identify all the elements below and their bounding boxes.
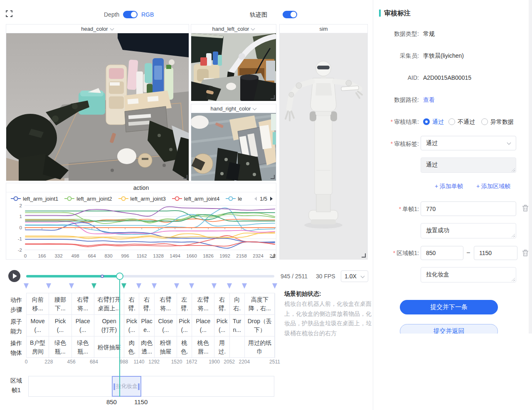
step-cell[interactable]: Pick (... [177, 315, 192, 336]
add-single-frame-button[interactable]: + 添加单帧 [435, 183, 463, 190]
progress-handle[interactable] [116, 273, 123, 280]
step-cell[interactable]: 桃 色. [177, 336, 192, 358]
step-cell[interactable]: 绿色 瓶... [72, 336, 94, 358]
playhead-line[interactable] [119, 280, 120, 397]
region-start-input[interactable]: 850 [421, 246, 463, 260]
legend-item[interactable]: le [225, 196, 242, 202]
submit-next-button[interactable]: 提交并下一条 [400, 300, 498, 314]
step-marker[interactable] [242, 283, 247, 289]
trajectory-toggle[interactable] [283, 11, 297, 18]
submit-back-button[interactable]: 提交并返回 [400, 324, 498, 334]
step-cell[interactable]: 右 臂. [124, 293, 139, 315]
region-end-input[interactable]: 1150 [474, 246, 517, 260]
step-marker[interactable] [69, 283, 74, 289]
speed-select[interactable]: 1.0X [341, 270, 368, 282]
legend-item[interactable]: left_arm_joint3 [118, 196, 166, 202]
fullscreen-icon[interactable] [6, 10, 12, 17]
step-cell[interactable]: 肉 色. [124, 336, 139, 358]
step-cell[interactable]: 向前 移... [27, 293, 49, 315]
step-cell[interactable]: Pick (... [49, 315, 71, 336]
step-cell[interactable]: Place (... [72, 315, 94, 336]
step-cell[interactable]: 右 臂. [214, 293, 229, 315]
trash-icon[interactable] [522, 204, 529, 212]
step-cell[interactable]: 左 臂. [177, 293, 192, 315]
single-frame-input[interactable]: 770 [421, 201, 516, 216]
step-cell[interactable]: Drop（丢 下） [245, 315, 275, 336]
step-marker[interactable] [227, 283, 232, 289]
scrollbar[interactable] [529, 0, 532, 334]
step-cell[interactable]: 粉饼 抽屉 [155, 336, 177, 358]
step-cell[interactable]: Move (... [27, 315, 49, 336]
step-marker[interactable] [46, 283, 51, 289]
step-cell[interactable]: 右臂 将... [155, 293, 177, 315]
radio-pass-label[interactable]: 通过 [432, 118, 444, 126]
legend-next-icon[interactable] [270, 196, 273, 201]
legend-item[interactable]: left_arm_joint4 [172, 196, 219, 202]
step-cell[interactable]: Tur n... [230, 315, 245, 336]
step-cell[interactable] [230, 336, 245, 358]
step-cell[interactable]: 用过的纸 巾 [245, 336, 275, 358]
resize-handle-icon[interactable] [362, 253, 366, 258]
depth-rgb-toggle[interactable] [123, 11, 138, 18]
textarea-resize-icon[interactable] [512, 278, 515, 281]
step-cell[interactable]: 左臂 将... [192, 293, 214, 315]
step-cell[interactable]: 向 右. [230, 293, 245, 315]
legend-item[interactable]: left_arm_joint2 [64, 196, 112, 202]
radio-abnormal[interactable] [481, 118, 488, 125]
trash-icon[interactable] [522, 249, 529, 257]
step-marker[interactable] [136, 283, 141, 289]
head-camera-title-bar[interactable]: head_color [6, 25, 189, 33]
step-cell[interactable]: 右 臂. [139, 293, 154, 315]
sim-title-bar[interactable]: sim [280, 25, 367, 33]
review-tag-select[interactable]: 通过 [421, 136, 516, 150]
legend-item[interactable]: left_arm_joint1 [10, 196, 58, 202]
step-marker[interactable] [174, 283, 179, 289]
data-path-link[interactable]: 查看 [423, 96, 435, 104]
action-chart[interactable]: 210-1-2016633249866483099611621328149416… [6, 202, 276, 260]
step-cell[interactable]: 腰部 下... [49, 293, 71, 315]
step-cell[interactable]: 肉色 透... [139, 336, 154, 358]
step-marker[interactable] [121, 283, 126, 289]
add-region-frame-button[interactable]: + 添加区域帧 [476, 183, 510, 190]
step-cell[interactable]: Pick (... [124, 315, 139, 336]
step-cell[interactable]: Place (... [192, 315, 214, 336]
step-marker[interactable] [152, 283, 157, 289]
step-cell[interactable]: B户型 房间 [27, 336, 49, 358]
radio-fail[interactable] [448, 118, 455, 125]
step-marker[interactable] [272, 283, 277, 289]
step-marker[interactable] [189, 283, 194, 289]
resize-handle-icon[interactable] [271, 95, 275, 99]
resize-handle-icon[interactable] [271, 254, 275, 258]
play-button[interactable] [8, 270, 20, 282]
step-cell[interactable]: Plac e.. [139, 315, 154, 336]
step-marker[interactable] [24, 283, 29, 289]
step-marker[interactable] [212, 283, 217, 289]
step-cell[interactable]: 右臂 将... [72, 293, 94, 315]
step-marker[interactable] [91, 283, 96, 289]
region-frame-note[interactable]: 拉化妆盒 [421, 267, 516, 282]
region-frame-bar[interactable]: 拉化妆盒 [28, 376, 274, 397]
review-tag-note[interactable]: 通过 [421, 157, 516, 173]
hand-left-title-bar[interactable]: hand_left_color [191, 25, 276, 33]
step-cell[interactable]: 绿色 瓶... [49, 336, 71, 358]
hand-right-title-bar[interactable]: hand_right_color [191, 104, 276, 113]
textarea-resize-icon[interactable] [512, 234, 515, 237]
progress-slider[interactable] [26, 275, 274, 277]
region-left-handle[interactable] [113, 383, 115, 390]
radio-fail-label[interactable]: 不通过 [458, 118, 475, 126]
step-cell[interactable]: Pick (... [214, 315, 229, 336]
step-cell[interactable]: 桃色 唇... [192, 336, 214, 358]
step-cell[interactable]: 高度下 降，右... [245, 293, 275, 315]
radio-abnormal-label[interactable]: 异常数据 [490, 118, 514, 126]
step-cell[interactable]: 用 过. [214, 336, 229, 358]
legend-prev-icon[interactable] [254, 196, 257, 201]
region-selection[interactable]: 拉化妆盒 [112, 376, 141, 397]
step-cell[interactable]: Close (... [155, 315, 177, 336]
textarea-resize-icon[interactable] [512, 168, 515, 172]
radio-pass[interactable] [423, 118, 430, 125]
sim-robot-view[interactable] [280, 33, 367, 260]
resize-handle-icon[interactable] [183, 175, 187, 179]
resize-handle-icon[interactable] [271, 175, 275, 179]
single-frame-note[interactable]: 放置成功 [421, 223, 516, 238]
region-right-handle[interactable] [138, 383, 140, 390]
